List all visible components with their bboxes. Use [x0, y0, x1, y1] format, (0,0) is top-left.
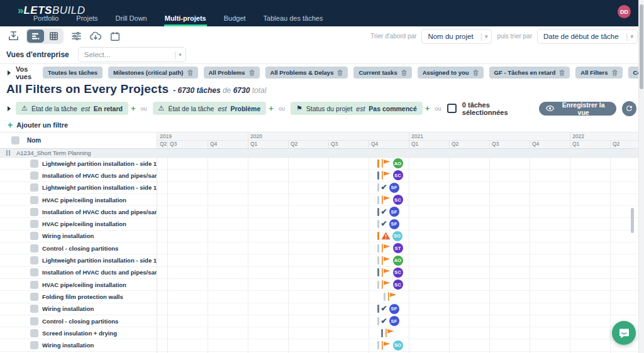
collapse-caret-icon[interactable]	[8, 70, 11, 75]
table-row[interactable]: Installation of HVAC ducts and pipes/san…	[0, 267, 644, 279]
row-checkbox[interactable]	[30, 281, 38, 289]
gantt-scrollbar-thumb[interactable]	[631, 208, 634, 233]
row-checkbox[interactable]	[30, 220, 38, 228]
saved-view-chip[interactable]: All Problems	[204, 67, 260, 79]
assignee-badge[interactable]: SF	[389, 219, 399, 229]
export-tray-icon[interactable]	[6, 30, 20, 43]
task-marker[interactable]: SO	[377, 340, 403, 350]
saved-view-chip[interactable]: All Problems & Delays	[265, 67, 348, 79]
sort-then-select[interactable]: Date de début de tâche | ▾	[537, 29, 638, 44]
row-checkbox[interactable]	[30, 171, 38, 180]
filter-condition-chip[interactable]: ⚑ Status du projet est Pas commencé	[291, 102, 423, 115]
calendar-icon[interactable]	[108, 30, 122, 43]
task-marker[interactable]: ✔SF	[377, 304, 399, 314]
row-checkbox[interactable]	[30, 232, 38, 240]
table-row[interactable]: HVAC pipe/ceiling installation SC	[0, 194, 644, 206]
table-row[interactable]: HVAC pipe/ceiling installation SC	[0, 279, 644, 291]
task-marker[interactable]: SC	[377, 195, 403, 205]
table-row[interactable]: Wiring installation SO	[0, 231, 644, 242]
nav-item-budget[interactable]: Budget	[223, 11, 247, 26]
task-marker[interactable]: SC	[377, 170, 403, 180]
saved-view-chip[interactable]: Assigned to you	[418, 67, 484, 79]
user-avatar[interactable]: DD	[618, 5, 631, 18]
saved-view-chip[interactable]: All Filters	[575, 67, 622, 79]
page-scrollbar-thumb[interactable]	[640, 4, 643, 89]
row-checkbox[interactable]	[30, 183, 38, 192]
filter-condition-chip[interactable]: ⚠ État de la tâche est Problème	[153, 102, 267, 115]
assignee-badge[interactable]: SO	[393, 340, 403, 350]
assignee-badge[interactable]: SC	[393, 170, 403, 180]
row-checkbox[interactable]	[30, 293, 38, 301]
row-checkbox[interactable]	[30, 268, 38, 276]
task-marker[interactable]: AO	[377, 158, 403, 168]
row-checkbox[interactable]	[30, 256, 38, 264]
task-marker[interactable]	[381, 329, 395, 337]
assignee-badge[interactable]: AO	[393, 158, 403, 168]
sliders-icon[interactable]	[69, 30, 83, 43]
table-row[interactable]: Wiring installation ✔SF	[0, 303, 644, 315]
task-marker[interactable]: AO	[377, 256, 403, 266]
trash-icon[interactable]	[401, 70, 407, 76]
header-checkbox[interactable]	[11, 136, 19, 144]
add-filter-button[interactable]: + Ajouter un filtre	[0, 117, 644, 132]
table-row[interactable]: Control - closing partitions ST	[0, 242, 644, 254]
save-view-button[interactable]: Enregistrer la vue	[539, 102, 617, 116]
gantt-view-icon[interactable]	[27, 30, 44, 43]
add-condition-icon[interactable]: +	[269, 104, 274, 113]
task-marker[interactable]: SC	[377, 268, 403, 278]
assignee-badge[interactable]: SO	[392, 231, 402, 241]
row-checkbox[interactable]	[30, 208, 38, 216]
assignee-badge[interactable]: SF	[389, 304, 399, 314]
table-row[interactable]: Screed insulation + drying	[0, 327, 644, 339]
table-view-icon[interactable]	[45, 30, 62, 43]
row-checkbox[interactable]	[30, 196, 38, 204]
row-checkbox[interactable]	[30, 317, 38, 325]
nav-item-portfolio[interactable]: Portfolio	[33, 11, 59, 26]
row-checkbox[interactable]	[30, 305, 38, 313]
sort-first-select[interactable]: Nom du projet | ▾	[421, 29, 492, 44]
assignee-badge[interactable]: SC	[393, 195, 403, 205]
trash-icon[interactable]	[249, 70, 255, 76]
add-condition-icon[interactable]: +	[131, 104, 136, 113]
nav-item-projets[interactable]: Projets	[75, 11, 98, 26]
assignee-badge[interactable]: AO	[393, 256, 403, 266]
table-row[interactable]: Wiring installation SO	[0, 339, 644, 351]
table-row[interactable]: Lightweight partition installation - sid…	[0, 254, 644, 266]
table-row[interactable]: Lightweight partition installation - sid…	[0, 158, 644, 170]
assignee-badge[interactable]: SC	[393, 280, 403, 290]
task-marker[interactable]: ST	[377, 243, 403, 253]
saved-view-chip[interactable]: Current tasks	[353, 67, 411, 79]
filters-collapse-caret-icon[interactable]	[8, 106, 11, 111]
row-checkbox[interactable]	[30, 244, 38, 253]
assignee-badge[interactable]: SF	[389, 316, 399, 326]
task-marker[interactable]: ✔SF	[377, 219, 399, 229]
project-group-row[interactable]: A1234_Short Term Planning	[0, 149, 644, 158]
task-marker[interactable]	[384, 292, 397, 301]
saved-view-chip[interactable]: Milestones (critical path)	[108, 67, 197, 79]
add-condition-icon[interactable]: +	[425, 104, 430, 113]
page-scrollbar[interactable]	[638, 0, 644, 353]
task-marker[interactable]: SO	[377, 231, 402, 241]
table-row[interactable]: Folding film protection walls	[0, 291, 644, 303]
assignee-badge[interactable]: SF	[389, 183, 399, 193]
nav-item-drill-down[interactable]: Drill Down	[115, 11, 148, 26]
trash-icon[interactable]	[612, 70, 618, 76]
task-marker[interactable]: ✔SF	[377, 183, 399, 193]
nav-item-multi-projets[interactable]: Multi-projets	[164, 11, 207, 26]
saved-view-chip[interactable]: Toutes les tâches	[43, 67, 103, 79]
row-checkbox[interactable]	[30, 341, 38, 349]
row-checkbox[interactable]	[30, 160, 38, 168]
trash-icon[interactable]	[187, 70, 193, 76]
task-marker[interactable]: SC	[377, 280, 403, 290]
filter-condition-chip[interactable]: ⚠ État de la tâche est En retard	[16, 102, 128, 115]
task-marker[interactable]: ✔SF	[377, 207, 399, 217]
select-all-checkbox[interactable]	[447, 104, 456, 113]
table-row[interactable]: Installation of HVAC ducts and pipes/san…	[0, 170, 644, 182]
trash-icon[interactable]	[559, 70, 565, 76]
enterprise-views-select[interactable]: Select... | ▾	[78, 47, 186, 62]
chat-widget-button[interactable]	[612, 321, 636, 345]
table-row[interactable]: HVAC pipe/ceiling installation ✔SF	[0, 218, 644, 230]
trash-icon[interactable]	[473, 70, 479, 76]
assignee-badge[interactable]: SF	[389, 207, 399, 217]
table-row[interactable]: Installation of HVAC ducts and pipes/san…	[0, 206, 644, 218]
